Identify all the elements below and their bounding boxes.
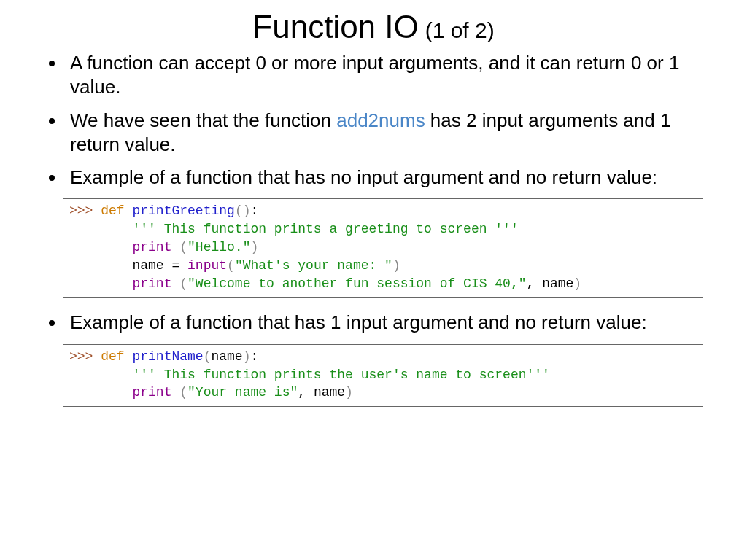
code1-lparen: ( [235,203,243,218]
code2-comma-name: , name [298,385,345,400]
bullet-1-text: A function can accept 0 or more input ar… [70,52,679,98]
bullet-2: We have seen that the function add2nums … [66,109,703,158]
code1-assign: = [164,258,187,273]
title-main: Function IO [252,9,418,44]
code2-rparen: ) [243,349,251,364]
bullet-3: Example of a function that has no input … [66,166,703,190]
code1-print2-close: ) [573,276,581,291]
code1-str-hello: "Hello." [187,240,250,254]
code2-print-close: ) [345,385,353,400]
code1-str-welcome: "Welcome to another fun session of CIS 4… [187,276,526,291]
code1-var-name: name [132,258,163,273]
code2-prompt: >>> [69,349,101,364]
code1-prompt: >>> [69,203,101,218]
code1-rparen: ) [243,203,251,218]
code2-colon: : [251,349,259,364]
code1-str-prompt: "What's your name: " [235,258,392,273]
code1-print-2: print [132,276,171,291]
code-example-2: >>> def printName(name): ''' This functi… [63,344,703,407]
code1-input-close: ) [392,258,400,273]
code1-docstring: ''' This function prints a greeting to s… [132,222,518,236]
code-example-1: >>> def printGreeting(): ''' This functi… [63,198,703,298]
code1-input: input [187,258,227,273]
code1-input-open: ( [227,258,235,273]
function-name-link: add2nums [336,109,425,131]
code2-def-keyword: def [101,349,124,364]
code1-def-keyword: def [101,203,124,218]
bullet-2-before: We have seen that the function [70,109,336,131]
code1-print1-close: ) [250,240,258,254]
bullet-4: Example of a function that has 1 input a… [66,311,703,335]
code1-print1-open: ( [171,240,187,254]
code2-lparen: ( [204,349,212,364]
bullet-4-text: Example of a function that has 1 input a… [70,311,647,333]
code1-comma-name: , name [527,276,574,291]
code2-param: name [211,349,242,364]
code2-str-out: "Your name is" [187,385,298,400]
bullet-list-2: Example of a function that has 1 input a… [44,311,703,335]
code2-print-open: ( [171,385,187,400]
code1-function-name: printGreeting [132,203,234,218]
code1-print-1: print [132,240,171,254]
code1-print2-open: ( [171,276,187,291]
bullet-3-text: Example of a function that has no input … [70,166,657,188]
bullet-list: A function can accept 0 or more input ar… [44,51,703,190]
code2-docstring: ''' This function prints the user's name… [132,368,550,382]
code2-print: print [132,385,171,400]
slide-title: Function IO (1 of 2) [44,9,703,45]
bullet-1: A function can accept 0 or more input ar… [66,51,703,100]
code1-colon: : [251,203,259,218]
title-sub: (1 of 2) [425,18,495,42]
code2-function-name: printName [132,349,203,364]
